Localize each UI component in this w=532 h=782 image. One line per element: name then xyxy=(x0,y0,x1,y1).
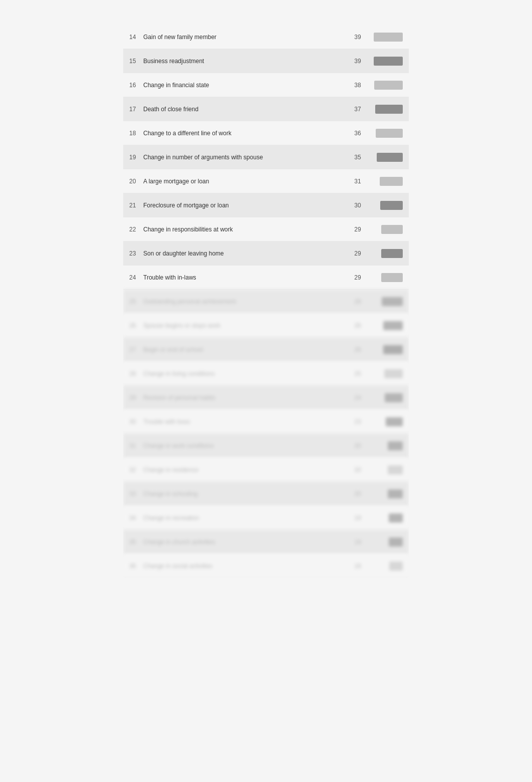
row-score: 20 xyxy=(348,466,368,473)
row-number: 21 xyxy=(129,202,143,209)
bar xyxy=(377,153,403,162)
row-label: A large mortgage or loan xyxy=(143,178,348,185)
row-label: Change in living conditions xyxy=(143,370,348,377)
bar xyxy=(388,465,403,474)
bar xyxy=(389,513,403,523)
row-number: 30 xyxy=(129,418,143,425)
bar-container xyxy=(368,129,403,138)
row-score: 19 xyxy=(348,514,368,522)
bar-container xyxy=(368,273,403,282)
table-row: 27Begin or end of school26 xyxy=(123,338,409,362)
bar xyxy=(383,345,403,354)
bar-container xyxy=(368,57,403,66)
row-score: 24 xyxy=(348,394,368,401)
row-score: 35 xyxy=(348,154,368,161)
row-number: 22 xyxy=(129,226,143,233)
bar-container xyxy=(368,33,403,42)
bar-container xyxy=(368,465,403,474)
row-label: Change in church activities xyxy=(143,539,348,546)
bar-container xyxy=(368,417,403,426)
bar xyxy=(385,393,403,402)
bar xyxy=(380,201,403,210)
row-score: 37 xyxy=(348,106,368,113)
row-number: 33 xyxy=(129,490,143,497)
bar-container xyxy=(368,489,403,498)
row-number: 17 xyxy=(129,106,143,113)
row-number: 32 xyxy=(129,466,143,473)
row-label: Change in social activities xyxy=(143,563,348,570)
table-row: 22Change in responsibilities at work29 xyxy=(123,217,409,241)
table-row: 29Revision of personal habits24 xyxy=(123,386,409,410)
row-label: Son or daughter leaving home xyxy=(143,250,348,257)
row-number: 29 xyxy=(129,394,143,401)
bar-container xyxy=(368,321,403,330)
row-label: Gain of new family member xyxy=(143,34,348,41)
row-number: 31 xyxy=(129,442,143,449)
bar xyxy=(389,538,403,547)
bar-container xyxy=(368,297,403,306)
bar xyxy=(374,81,403,90)
table-row: 19Change in number of arguments with spo… xyxy=(123,145,409,169)
table-row: 30Trouble with boss23 xyxy=(123,410,409,434)
row-label: Outstanding personal achievement xyxy=(143,298,348,305)
table-row: 24Trouble with in-laws29 xyxy=(123,266,409,290)
row-number: 20 xyxy=(129,178,143,185)
row-number: 14 xyxy=(129,34,143,41)
row-score: 29 xyxy=(348,226,368,233)
row-score: 39 xyxy=(348,34,368,41)
row-label: Trouble with boss xyxy=(143,418,348,425)
row-score: 19 xyxy=(348,539,368,546)
row-number: 36 xyxy=(129,563,143,570)
row-score: 25 xyxy=(348,370,368,377)
table-row: 15Business readjustment39 xyxy=(123,49,409,73)
row-score: 29 xyxy=(348,274,368,281)
row-score: 38 xyxy=(348,82,368,89)
table-row: 21Foreclosure of mortgage or loan30 xyxy=(123,193,409,217)
bar-container xyxy=(368,225,403,234)
row-score: 20 xyxy=(348,490,368,497)
bar-container xyxy=(368,369,403,378)
bar-container xyxy=(368,513,403,523)
bar xyxy=(383,321,403,330)
bar xyxy=(374,33,403,42)
table-row: 20A large mortgage or loan31 xyxy=(123,169,409,193)
row-label: Spouse begins or stops work xyxy=(143,322,348,329)
table-row: 17Death of close friend37 xyxy=(123,97,409,121)
row-score: 26 xyxy=(348,346,368,353)
table-row: 36Change in social activities18 xyxy=(123,554,409,578)
row-number: 25 xyxy=(129,298,143,305)
row-score: 23 xyxy=(348,418,368,425)
bar-container xyxy=(368,81,403,90)
bar xyxy=(386,417,403,426)
row-score: 36 xyxy=(348,130,368,137)
table-row: 23Son or daughter leaving home29 xyxy=(123,241,409,266)
table-row: 31Change in work conditions20 xyxy=(123,434,409,458)
row-label: Foreclosure of mortgage or loan xyxy=(143,202,348,209)
bar xyxy=(381,273,403,282)
bar-container xyxy=(368,201,403,210)
row-label: Begin or end of school xyxy=(143,346,348,353)
bar xyxy=(374,57,403,66)
row-label: Change in recreation xyxy=(143,514,348,522)
bar-container xyxy=(368,345,403,354)
row-number: 23 xyxy=(129,250,143,257)
bar-container xyxy=(368,249,403,258)
row-label: Death of close friend xyxy=(143,106,348,113)
bar xyxy=(375,105,403,114)
table-row: 18Change to a different line of work36 xyxy=(123,121,409,145)
bar xyxy=(380,177,403,186)
row-score: 26 xyxy=(348,322,368,329)
row-score: 30 xyxy=(348,202,368,209)
bar-container xyxy=(368,177,403,186)
row-label: Change in financial state xyxy=(143,82,348,89)
row-score: 31 xyxy=(348,178,368,185)
row-number: 15 xyxy=(129,58,143,65)
row-score: 18 xyxy=(348,563,368,570)
row-number: 28 xyxy=(129,370,143,377)
bar xyxy=(382,297,403,306)
table-row: 16Change in financial state38 xyxy=(123,73,409,97)
row-label: Change in work conditions xyxy=(143,442,348,449)
row-score: 39 xyxy=(348,58,368,65)
row-label: Change in residence xyxy=(143,466,348,473)
row-label: Change in schooling xyxy=(143,490,348,497)
